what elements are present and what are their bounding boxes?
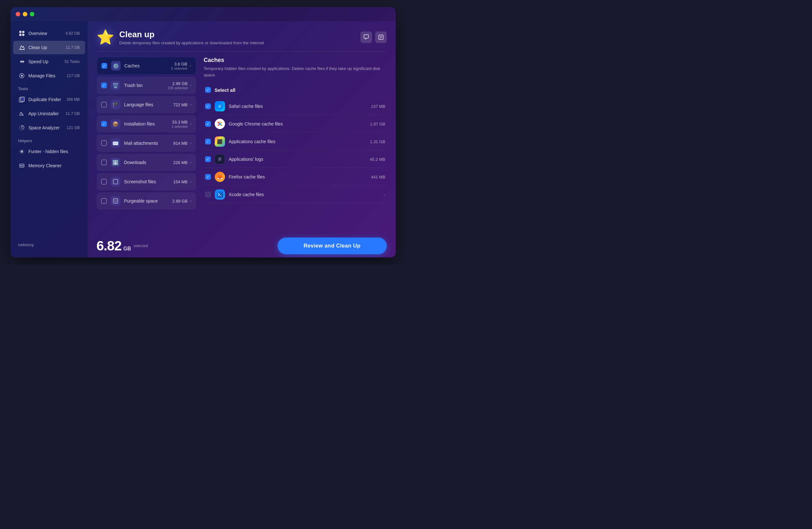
content-area: ✓ ⚙️ Caches 3.8 GB 5 selected › ✓ 🗑️ Tr <box>88 57 396 230</box>
select-all-checkbox[interactable]: ✓ <box>205 87 211 93</box>
svg-rect-1 <box>22 31 24 33</box>
chrome-checkbox[interactable]: ✓ <box>205 121 211 127</box>
safari-checkbox[interactable]: ✓ <box>205 103 211 109</box>
category-item-downloads[interactable]: ⬇️ Downloads 226 MB › <box>97 154 196 171</box>
mailattachments-meta: 914 MB <box>173 141 188 146</box>
sidebar-item-spaceanalyzer[interactable]: Space Analyzer 121 GB <box>13 121 85 134</box>
detail-row-safari[interactable]: ✓ Safari cache files <box>204 98 387 115</box>
languagefiles-name: Language files <box>124 102 173 107</box>
sidebar-item-funter[interactable]: Funter - hidden files <box>13 145 85 158</box>
category-item-languagefiles[interactable]: 🏴 Language files 722 MB › <box>97 96 196 113</box>
caches-icon: ⚙️ <box>111 61 121 71</box>
overview-icon <box>18 30 25 37</box>
funter-label: Funter - hidden files <box>29 149 80 154</box>
svg-rect-14 <box>20 165 21 166</box>
category-item-caches[interactable]: ✓ ⚙️ Caches 3.8 GB 5 selected › <box>97 57 196 75</box>
sidebar-item-cleanup[interactable]: Clean Up 11.7 GB <box>13 41 85 54</box>
purgeablespace-meta: 2.89 GB <box>172 199 188 203</box>
installationfiles-checkbox[interactable]: ✓ <box>101 121 107 127</box>
firefox-checkbox[interactable]: ✓ <box>205 174 211 180</box>
installationfiles-chevron: › <box>190 121 192 126</box>
speedup-label: Speed Up <box>29 59 65 64</box>
apps-cache-icon: ⬛ <box>215 137 225 147</box>
screenshotfiles-checkbox[interactable] <box>101 179 107 185</box>
category-list: ✓ ⚙️ Caches 3.8 GB 5 selected › ✓ 🗑️ Tr <box>97 57 196 230</box>
purgeablespace-checkbox[interactable] <box>101 198 107 204</box>
apps-cache-name: Applications cache files <box>229 139 370 144</box>
svg-rect-2 <box>19 34 21 36</box>
safari-name: Safari cache files <box>229 104 371 109</box>
languagefiles-checkbox[interactable] <box>101 102 107 108</box>
safari-icon <box>215 101 225 111</box>
category-item-screenshotfiles[interactable]: Screenshot files 154 MB › <box>97 173 196 190</box>
chat-button[interactable] <box>360 31 372 43</box>
purgeablespace-size: 2.89 GB <box>172 199 188 203</box>
sidebar-item-managefiles[interactable]: Manage Files 117 GB <box>13 69 85 83</box>
sidebar-item-appuninstaller[interactable]: App Uninstaller 11.7 GB <box>13 107 85 120</box>
detail-row-chrome[interactable]: ✓ <box>204 116 387 132</box>
category-item-trashbin[interactable]: ✓ 🗑️ Trash bin 2.99 GB 235 selected › <box>97 77 196 94</box>
trashbin-name: Trash bin <box>124 83 168 88</box>
cleanup-value: 11.7 GB <box>66 45 79 50</box>
select-all-label: Select all <box>215 87 235 93</box>
window-body: Overview 6.82 GB Clean Up 11.7 GB <box>11 21 396 257</box>
caches-chevron: › <box>190 63 191 68</box>
downloads-checkbox[interactable] <box>101 159 107 165</box>
sidebar-item-speedup[interactable]: Speed Up 51 Tasks <box>13 55 85 68</box>
sidebar-item-overview[interactable]: Overview 6.82 GB <box>13 27 85 40</box>
screenshotfiles-meta: 154 MB <box>173 180 188 184</box>
memorycleaner-icon <box>18 162 25 169</box>
sidebar-item-memorycleaner[interactable]: Memory Cleaner <box>13 159 85 172</box>
sidebar-item-duplicatefinder[interactable]: Duplicate Finder 266 MB <box>13 93 85 106</box>
chrome-name: Google Chrome cache files <box>229 121 370 127</box>
review-cleanup-button[interactable]: Review and Clean Up <box>278 238 387 254</box>
category-item-mailattachments[interactable]: ✉️ Mail attachments 914 MB › <box>97 134 196 152</box>
duplicatefinder-label: Duplicate Finder <box>29 97 67 102</box>
caches-checkbox[interactable]: ✓ <box>101 63 107 69</box>
installationfiles-selected: 1 selected <box>171 125 187 128</box>
page-icon: ⭐ <box>97 29 114 46</box>
select-all-row[interactable]: ✓ Select all <box>204 84 387 95</box>
cleanup-icon <box>18 44 25 51</box>
apps-cache-checkbox[interactable]: ✓ <box>205 139 211 144</box>
category-item-installationfiles[interactable]: ✓ 📦 Installation files 33.3 MB 1 selecte… <box>97 115 196 132</box>
separator <box>97 51 387 52</box>
logs-name: Applications' logs <box>229 157 370 162</box>
list-button[interactable] <box>375 31 387 43</box>
logs-icon <box>215 154 225 165</box>
trashbin-checkbox[interactable]: ✓ <box>101 83 107 88</box>
xcode-checkbox[interactable] <box>205 191 211 197</box>
detail-row-xcode[interactable]: Xcode cache files - <box>204 186 387 203</box>
duplicatefinder-value: 266 MB <box>67 97 79 102</box>
close-button[interactable] <box>16 12 20 16</box>
page-header: ⭐ Clean up Delete temporary files create… <box>88 21 396 51</box>
caches-selected: 5 selected <box>171 67 187 70</box>
logs-checkbox[interactable]: ✓ <box>205 156 211 162</box>
svg-rect-21 <box>113 180 118 184</box>
detail-row-logs[interactable]: ✓ Applications' logs 45.2 MB <box>204 151 387 168</box>
downloads-meta: 226 MB <box>173 160 188 165</box>
managefiles-label: Manage Files <box>29 73 67 78</box>
detail-row-firefox[interactable]: ✓ 🦊 Firefox cache files 441 MB <box>204 169 387 186</box>
category-item-purgeablespace[interactable]: Purgeable space 2.89 GB › <box>97 192 196 210</box>
appuninstaller-value: 11.7 GB <box>66 111 79 116</box>
downloads-name: Downloads <box>124 160 173 165</box>
managefiles-value: 117 GB <box>67 73 80 78</box>
page-title: Clean up <box>119 30 264 40</box>
cleanup-label: Clean Up <box>29 45 66 50</box>
maximize-button[interactable] <box>30 12 34 16</box>
mailattachments-chevron: › <box>190 141 192 145</box>
firefox-name: Firefox cache files <box>229 174 371 180</box>
speedup-icon <box>18 58 25 65</box>
minimize-button[interactable] <box>23 12 27 16</box>
svg-point-11 <box>20 150 23 153</box>
chrome-size: 1.87 GB <box>370 121 386 127</box>
firefox-size: 441 MB <box>371 175 386 180</box>
detail-row-apps[interactable]: ✓ ⬛ Applications cache files 1.31 GB <box>204 133 387 150</box>
xcode-name: Xcode cache files <box>229 192 384 197</box>
logo: nektony <box>11 237 88 252</box>
purgeablespace-icon <box>111 196 120 206</box>
header-left: ⭐ Clean up Delete temporary files create… <box>97 29 264 46</box>
managefiles-icon <box>18 72 25 79</box>
mailattachments-checkbox[interactable] <box>101 140 107 146</box>
